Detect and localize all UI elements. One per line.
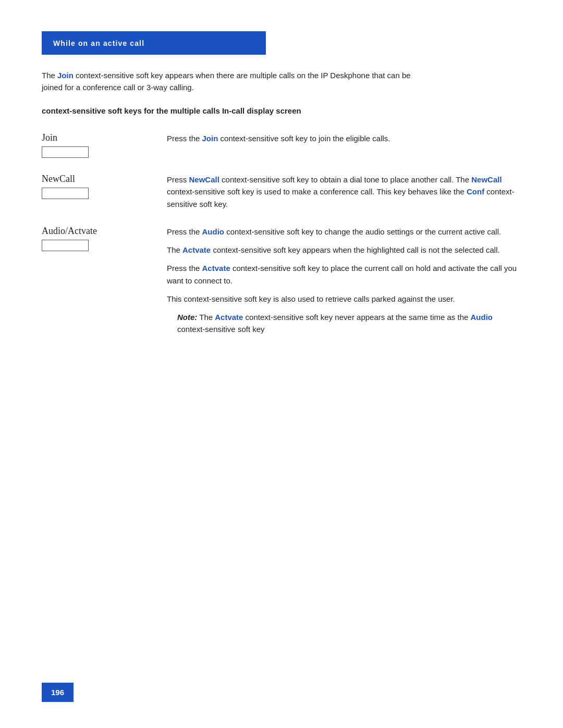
newcall-keyword-1: NewCall	[189, 175, 219, 184]
content-area: Join Press the Join context-sensitive so…	[42, 132, 521, 351]
audio-note: Note: The Actvate context-sensitive soft…	[167, 311, 521, 336]
actvate-keyword-note: Actvate	[215, 313, 243, 322]
join-key-name: Join	[42, 132, 57, 143]
section-heading: context-sensitive soft keys for the mult…	[42, 105, 417, 117]
audio-actvate-key-description: Press the Audio context-sensitive soft k…	[167, 226, 521, 336]
audio-actvate-key-button	[42, 240, 89, 251]
intro-paragraph: The Join context-sensitive soft key appe…	[42, 69, 417, 94]
join-keyword-intro: Join	[57, 71, 74, 80]
join-key-button	[42, 146, 89, 158]
newcall-key-description: Press NewCall context-sensitive soft key…	[167, 174, 521, 210]
audio-keyword-note: Audio	[471, 313, 493, 322]
actvate-keyword-2: Actvate	[202, 264, 230, 273]
newcall-key-name: NewCall	[42, 174, 75, 184]
newcall-key-label-area: NewCall	[42, 174, 146, 199]
audio-desc-p4: This context-sensitive soft key is also …	[167, 293, 521, 305]
audio-desc-p2: The Actvate context-sensitive soft key a…	[167, 244, 521, 256]
audio-keyword-1: Audio	[202, 227, 225, 236]
join-desc-p1: Press the Join context-sensitive soft ke…	[167, 132, 521, 144]
page-number: 196	[51, 688, 64, 697]
page-number-box: 196	[42, 683, 74, 702]
newcall-key-button	[42, 188, 89, 199]
audio-desc-p1: Press the Audio context-sensitive soft k…	[167, 226, 521, 238]
actvate-keyword-1: Actvate	[182, 245, 211, 254]
newcall-desc-p1: Press NewCall context-sensitive soft key…	[167, 174, 521, 210]
audio-actvate-key-row: Audio/Actvate Press the Audio context-se…	[42, 226, 521, 336]
newcall-key-row: NewCall Press NewCall context-sensitive …	[42, 174, 521, 210]
join-key-label-area: Join	[42, 132, 146, 158]
page-container: While on an active call The Join context…	[0, 0, 563, 728]
join-key-row: Join Press the Join context-sensitive so…	[42, 132, 521, 158]
newcall-keyword-2: NewCall	[471, 175, 501, 184]
join-keyword-desc: Join	[202, 134, 218, 143]
join-key-description: Press the Join context-sensitive soft ke…	[167, 132, 521, 144]
note-label: Note:	[177, 313, 197, 322]
header-banner: While on an active call	[42, 31, 266, 55]
audio-actvate-key-label-area: Audio/Actvate	[42, 226, 146, 251]
header-banner-text: While on an active call	[53, 39, 144, 47]
conf-keyword: Conf	[467, 187, 484, 196]
audio-desc-p3: Press the Actvate context-sensitive soft…	[167, 262, 521, 287]
audio-actvate-key-name: Audio/Actvate	[42, 226, 97, 237]
